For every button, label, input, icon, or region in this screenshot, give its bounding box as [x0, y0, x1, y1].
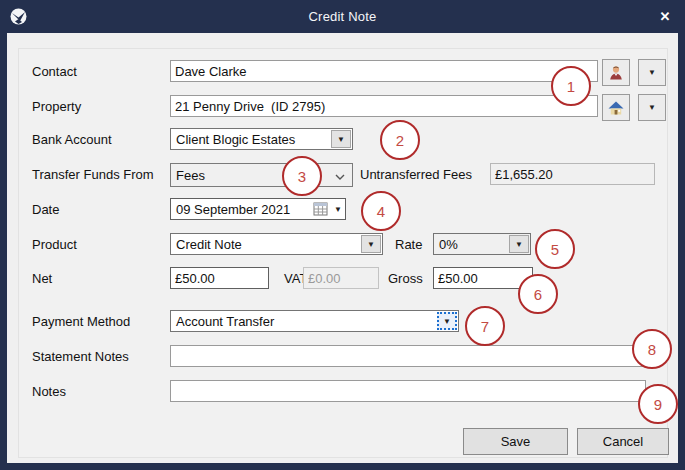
product-value: Credit Note: [171, 237, 360, 252]
date-value: 09 September 2021: [171, 202, 313, 217]
calendar-icon: [313, 202, 329, 216]
annotation-badge-7: 7: [465, 306, 505, 346]
payment-method-select[interactable]: Account Transfer ▼: [170, 310, 459, 332]
net-label: Net: [32, 271, 52, 286]
product-label: Product: [32, 237, 77, 252]
notes-input[interactable]: [170, 380, 646, 402]
annotation-badge-8: 8: [632, 329, 672, 369]
untransferred-fees-label: Untransferred Fees: [360, 167, 472, 182]
date-picker[interactable]: 09 September 2021 ▼: [170, 198, 346, 220]
transfer-funds-from-label: Transfer Funds From: [32, 167, 154, 182]
annotation-badge-4: 4: [361, 191, 401, 231]
dropdown-arrow-icon[interactable]: ▼: [509, 235, 529, 253]
window-title: Credit Note: [0, 9, 685, 24]
net-input[interactable]: [170, 267, 269, 289]
dialog-body: Contact ▼ Property ▼: [7, 33, 678, 463]
statement-notes-input[interactable]: [170, 345, 656, 367]
annotation-badge-1: 1: [551, 66, 591, 106]
credit-note-dialog: Credit Note ✕ Contact ▼ Property: [0, 0, 685, 470]
close-icon[interactable]: ✕: [656, 8, 674, 26]
gross-input[interactable]: [433, 267, 533, 289]
dropdown-arrow-icon[interactable]: ▼: [331, 130, 351, 148]
payment-method-label: Payment Method: [32, 314, 130, 329]
save-button[interactable]: Save: [463, 428, 568, 455]
bank-account-select[interactable]: Client Blogic Estates ▼: [170, 128, 353, 150]
rate-value: 0%: [434, 237, 508, 252]
annotation-badge-6: 6: [518, 274, 558, 314]
chevron-down-icon: [328, 166, 352, 184]
property-label: Property: [32, 99, 81, 114]
dropdown-arrow-icon: ▼: [648, 68, 656, 77]
payment-method-value: Account Transfer: [171, 314, 436, 329]
bank-account-value: Client Blogic Estates: [171, 132, 330, 147]
person-icon: [607, 64, 625, 82]
rate-select[interactable]: 0% ▼: [433, 233, 531, 255]
gross-label: Gross: [388, 271, 423, 286]
transfer-funds-from-select[interactable]: Fees: [170, 163, 353, 187]
dropdown-arrow-icon: ▼: [648, 103, 656, 112]
date-label: Date: [32, 202, 59, 217]
property-lookup-button[interactable]: [602, 94, 630, 121]
dropdown-arrow-icon[interactable]: ▼: [437, 312, 457, 330]
statement-notes-label: Statement Notes: [32, 349, 129, 364]
house-icon: [607, 99, 625, 117]
cancel-button[interactable]: Cancel: [577, 428, 669, 455]
annotation-badge-5: 5: [535, 229, 575, 269]
notes-label: Notes: [32, 384, 66, 399]
vat-input: [303, 267, 379, 289]
contact-input[interactable]: [170, 60, 598, 82]
dropdown-arrow-icon[interactable]: ▼: [361, 235, 381, 253]
bank-account-label: Bank Account: [32, 132, 112, 147]
annotation-badge-3: 3: [282, 156, 322, 196]
product-select[interactable]: Credit Note ▼: [170, 233, 383, 255]
contact-label: Contact: [32, 64, 77, 79]
rate-label: Rate: [395, 237, 422, 252]
contact-lookup-button[interactable]: [602, 59, 630, 86]
property-input[interactable]: [170, 95, 598, 117]
dropdown-arrow-icon[interactable]: ▼: [331, 205, 345, 214]
untransferred-fees-value: [490, 163, 655, 185]
annotation-badge-2: 2: [380, 120, 420, 160]
titlebar: Credit Note ✕: [0, 0, 685, 33]
property-dropdown-button[interactable]: ▼: [638, 94, 666, 121]
contact-dropdown-button[interactable]: ▼: [638, 59, 666, 86]
annotation-badge-9: 9: [638, 384, 678, 424]
